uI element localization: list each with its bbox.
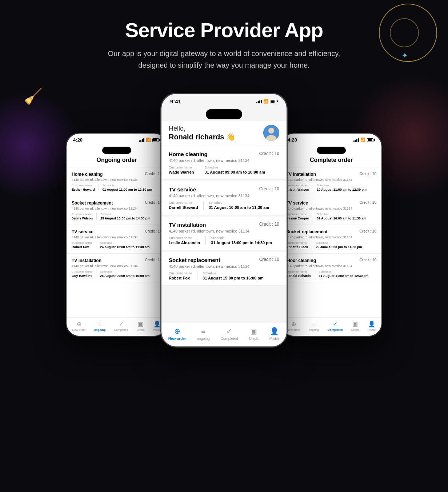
center-phone: 9:41 📶	[160, 93, 288, 348]
left-nav-ongoing[interactable]: ≡ ongoing	[94, 321, 106, 332]
left-orders-list[interactable]: Home cleaning Credit : 10 4140 parker rd…	[67, 167, 167, 317]
left-nav-profile-icon: 👤	[153, 321, 161, 328]
right-wifi-icon: 📶	[360, 138, 365, 142]
right-order-2: TV service Credit : 10 4140 parker rd. a…	[281, 196, 381, 225]
center-nav-credit[interactable]: ▣ Credit	[249, 327, 259, 341]
center-nav-completed[interactable]: ✓ Completed	[221, 327, 238, 341]
left-order-3: TV service Credit : 10 4140 parker rd. a…	[67, 225, 167, 254]
right-order-4: Floor cleaning Credit : 10 4140 parker r…	[281, 254, 381, 282]
right-status-bar: 4:20 📶	[281, 134, 381, 144]
signal-bar-2	[140, 140, 141, 142]
center-orders-list[interactable]: Home cleaning Credit : 10 4140 parker rd…	[161, 146, 287, 323]
left-nav-ongoing-icon: ≡	[98, 321, 101, 328]
user-avatar	[263, 125, 279, 141]
signal-bars	[139, 138, 144, 142]
broom-icon: 🧹	[24, 87, 43, 105]
right-bottom-nav: ⊕ New order ≡ ongoing ✓ Completed ▣ Cred…	[281, 317, 381, 336]
page-header: Service Provider App Our app is your dig…	[0, 0, 448, 82]
left-nav-credit-icon: ▣	[138, 321, 143, 328]
wifi-icon: 📶	[146, 138, 151, 142]
page-subtitle: Our app is your digital gateway to a wor…	[97, 48, 351, 71]
center-order-3: TV installation Credit : 10 4140 parker …	[161, 217, 287, 250]
svg-point-1	[268, 128, 274, 134]
signal-bar-3	[142, 139, 143, 142]
right-nav-credit[interactable]: ▣ Credit	[351, 321, 359, 332]
center-bottom-nav: ⊕ New order ≡ ongoing ✓ Completed ▣ Cred…	[161, 323, 287, 346]
right-nav-credit-icon: ▣	[352, 321, 358, 328]
center-greeting-header: Hello, Ronald richards 👋	[161, 121, 287, 146]
right-nav-profile[interactable]: 👤 Profile	[368, 321, 376, 332]
center-order-4: Socket replacement Credit : 10 4140 park…	[161, 252, 287, 286]
right-nav-profile-icon: 👤	[368, 321, 375, 328]
left-nav-new-order-icon: ⊕	[77, 321, 81, 328]
center-nav-ongoing[interactable]: ≡ ongoing	[197, 327, 210, 341]
center-nav-new-order-icon: ⊕	[174, 327, 180, 336]
battery-icon	[152, 138, 160, 142]
right-page-title-bar: Complete order	[281, 155, 381, 167]
right-status-icons: 📶	[353, 138, 375, 142]
left-status-icons: 📶	[139, 138, 160, 142]
left-order-1: Home cleaning Credit : 10 4140 parker rd…	[67, 167, 167, 196]
right-nav-new-order-icon: ⊕	[291, 321, 296, 328]
center-phone-screen: 9:41 📶	[161, 94, 287, 346]
right-phone: 4:20 📶 Comple	[280, 133, 382, 337]
right-orders-list[interactable]: TV installation Credit : 10 4140 parker …	[281, 167, 381, 317]
right-signal-bars	[353, 138, 359, 142]
right-nav-ongoing-icon: ≡	[312, 321, 316, 328]
right-order-1: TV installation Credit : 10 4140 parker …	[281, 167, 381, 196]
center-order-1: Home cleaning Credit : 10 4140 parker rd…	[161, 146, 287, 180]
right-phone-screen: 4:20 📶 Comple	[281, 134, 381, 336]
right-battery-icon	[367, 138, 375, 142]
center-greeting-text: Hello,	[169, 125, 235, 132]
center-user-name: Ronald richards 👋	[169, 132, 235, 141]
left-order-2: Socket replacement Credit : 10 4140 park…	[67, 196, 167, 225]
left-dynamic-island	[102, 147, 131, 154]
left-order-4: TV installation Credit : 10 4140 parker …	[67, 254, 167, 282]
center-nav-completed-icon: ✓	[226, 327, 232, 336]
right-nav-ongoing[interactable]: ≡ ongoing	[309, 321, 319, 332]
left-status-bar: 4:20 📶	[67, 134, 167, 144]
left-page-title-bar: Ongoing order	[67, 155, 167, 167]
left-page-title: Ongoing order	[96, 157, 137, 163]
center-nav-ongoing-icon: ≡	[201, 327, 205, 336]
center-battery-icon	[270, 100, 278, 103]
center-nav-profile[interactable]: 👤 Profile	[269, 327, 280, 341]
left-phone: 4:20 📶 Ongoin	[66, 133, 168, 337]
left-bottom-nav: ⊕ New order ≡ ongoing ✓ Completed ▣ Cred…	[67, 317, 167, 336]
right-nav-completed-icon: ✓	[333, 321, 337, 328]
left-time: 4:20	[73, 137, 83, 143]
center-status-icons: 📶	[256, 99, 278, 104]
center-nav-credit-icon: ▣	[250, 327, 257, 336]
right-nav-completed[interactable]: ✓ Completed	[328, 321, 343, 332]
page-title: Service Provider App	[7, 18, 441, 42]
center-wifi-icon: 📶	[263, 99, 268, 104]
center-time: 9:41	[170, 98, 181, 104]
center-nav-profile-icon: 👤	[270, 327, 279, 336]
left-nav-completed-icon: ✓	[119, 321, 124, 328]
right-nav-new-order[interactable]: ⊕ New order	[287, 321, 300, 332]
left-nav-credit[interactable]: ▣ Credit	[137, 321, 144, 332]
center-dynamic-island	[206, 109, 242, 119]
left-nav-completed[interactable]: ✓ Completed	[114, 321, 128, 332]
right-order-3: Socket replacement Credit : 10 4140 park…	[281, 225, 381, 254]
right-dynamic-island	[317, 147, 346, 154]
left-phone-screen: 4:20 📶 Ongoin	[67, 134, 167, 336]
center-status-bar: 9:41 📶	[161, 94, 287, 106]
signal-bar-1	[139, 140, 140, 142]
center-nav-new-order[interactable]: ⊕ New order	[168, 327, 186, 341]
phones-container: 4:20 📶 Ongoin	[0, 93, 448, 348]
signal-bar-4	[143, 138, 144, 142]
center-order-2: TV service Credit : 10 4140 parker rd. a…	[161, 181, 287, 215]
left-nav-new-order[interactable]: ⊕ New order	[72, 321, 86, 332]
right-time: 4:20	[288, 137, 297, 143]
left-nav-profile[interactable]: 👤 Profile	[153, 321, 161, 332]
center-signal-bars	[256, 100, 262, 103]
right-page-title: Complete order	[310, 157, 353, 163]
